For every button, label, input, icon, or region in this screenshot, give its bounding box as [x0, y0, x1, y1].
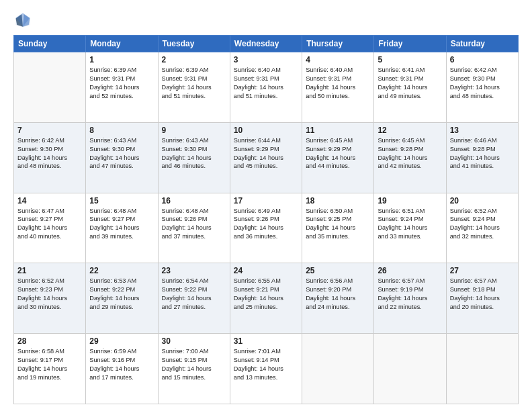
- day-info: Sunrise: 6:46 AMSunset: 9:28 PMDaylight:…: [450, 136, 515, 171]
- calendar-cell: 18Sunrise: 6:50 AMSunset: 9:25 PMDayligh…: [302, 193, 374, 263]
- day-info: Sunrise: 6:45 AMSunset: 9:29 PMDaylight:…: [306, 136, 370, 171]
- day-info: Sunrise: 6:51 AMSunset: 9:24 PMDaylight:…: [378, 207, 442, 242]
- day-info: Sunrise: 6:57 AMSunset: 9:19 PMDaylight:…: [378, 277, 442, 312]
- day-number: 30: [162, 336, 226, 346]
- day-number: 7: [17, 126, 82, 135]
- day-info: Sunrise: 6:55 AMSunset: 9:21 PMDaylight:…: [234, 277, 298, 312]
- calendar-cell: 2Sunrise: 6:39 AMSunset: 9:31 PMDaylight…: [158, 52, 230, 123]
- calendar-cell: [374, 334, 446, 404]
- day-info: Sunrise: 6:59 AMSunset: 9:16 PMDaylight:…: [89, 347, 154, 382]
- calendar-cell: [14, 52, 86, 123]
- week-row-4: 21Sunrise: 6:52 AMSunset: 9:23 PMDayligh…: [14, 263, 519, 334]
- calendar-cell: 9Sunrise: 6:43 AMSunset: 9:30 PMDaylight…: [158, 122, 230, 193]
- day-info: Sunrise: 6:52 AMSunset: 9:24 PMDaylight:…: [450, 207, 515, 242]
- day-number: 8: [89, 126, 154, 135]
- day-info: Sunrise: 6:43 AMSunset: 9:30 PMDaylight:…: [162, 136, 226, 171]
- day-number: 21: [17, 266, 82, 275]
- day-info: Sunrise: 7:01 AMSunset: 9:14 PMDaylight:…: [234, 347, 298, 382]
- calendar-cell: 24Sunrise: 6:55 AMSunset: 9:21 PMDayligh…: [230, 263, 302, 334]
- day-number: 22: [89, 266, 154, 275]
- day-info: Sunrise: 6:50 AMSunset: 9:25 PMDaylight:…: [306, 207, 370, 242]
- calendar-cell: 28Sunrise: 6:58 AMSunset: 9:17 PMDayligh…: [14, 334, 86, 404]
- calendar-cell: 22Sunrise: 6:53 AMSunset: 9:22 PMDayligh…: [86, 263, 158, 334]
- day-info: Sunrise: 6:58 AMSunset: 9:17 PMDaylight:…: [17, 347, 82, 382]
- day-info: Sunrise: 6:47 AMSunset: 9:27 PMDaylight:…: [17, 207, 82, 242]
- calendar-cell: 26Sunrise: 6:57 AMSunset: 9:19 PMDayligh…: [374, 263, 446, 334]
- day-info: Sunrise: 6:56 AMSunset: 9:20 PMDaylight:…: [306, 277, 370, 312]
- week-row-2: 7Sunrise: 6:42 AMSunset: 9:30 PMDaylight…: [14, 122, 519, 193]
- header: [13, 11, 519, 30]
- calendar-table: SundayMondayTuesdayWednesdayThursdayFrid…: [13, 35, 519, 404]
- day-info: Sunrise: 6:42 AMSunset: 9:30 PMDaylight:…: [17, 136, 82, 171]
- calendar-cell: 31Sunrise: 7:01 AMSunset: 9:14 PMDayligh…: [230, 334, 302, 404]
- weekday-header-tuesday: Tuesday: [158, 36, 230, 52]
- weekday-header-saturday: Saturday: [446, 36, 518, 52]
- day-info: Sunrise: 6:43 AMSunset: 9:30 PMDaylight:…: [89, 136, 154, 171]
- day-info: Sunrise: 6:49 AMSunset: 9:26 PMDaylight:…: [234, 207, 298, 242]
- calendar-cell: 8Sunrise: 6:43 AMSunset: 9:30 PMDaylight…: [86, 122, 158, 193]
- calendar-cell: 14Sunrise: 6:47 AMSunset: 9:27 PMDayligh…: [14, 193, 86, 263]
- day-number: 14: [17, 196, 82, 205]
- calendar-cell: 10Sunrise: 6:44 AMSunset: 9:29 PMDayligh…: [230, 122, 302, 193]
- weekday-header-thursday: Thursday: [302, 36, 374, 52]
- day-number: 9: [162, 126, 226, 135]
- logo: [13, 11, 35, 30]
- day-number: 27: [450, 266, 515, 275]
- day-number: 20: [450, 196, 515, 205]
- day-info: Sunrise: 6:44 AMSunset: 9:29 PMDaylight:…: [234, 136, 298, 171]
- week-row-5: 28Sunrise: 6:58 AMSunset: 9:17 PMDayligh…: [14, 334, 519, 404]
- day-info: Sunrise: 6:41 AMSunset: 9:31 PMDaylight:…: [378, 66, 442, 101]
- calendar-cell: 25Sunrise: 6:56 AMSunset: 9:20 PMDayligh…: [302, 263, 374, 334]
- calendar-cell: 21Sunrise: 6:52 AMSunset: 9:23 PMDayligh…: [14, 263, 86, 334]
- day-number: 26: [378, 266, 442, 275]
- day-number: 1: [89, 55, 154, 64]
- day-info: Sunrise: 6:42 AMSunset: 9:30 PMDaylight:…: [450, 66, 515, 101]
- day-info: Sunrise: 6:45 AMSunset: 9:28 PMDaylight:…: [378, 136, 442, 171]
- weekday-header-row: SundayMondayTuesdayWednesdayThursdayFrid…: [14, 36, 519, 52]
- day-number: 28: [17, 336, 82, 346]
- calendar-cell: 27Sunrise: 6:57 AMSunset: 9:18 PMDayligh…: [446, 263, 518, 334]
- calendar-cell: 20Sunrise: 6:52 AMSunset: 9:24 PMDayligh…: [446, 193, 518, 263]
- day-number: 3: [234, 55, 298, 64]
- calendar-cell: [302, 334, 374, 404]
- day-number: 15: [89, 196, 154, 205]
- day-info: Sunrise: 6:48 AMSunset: 9:27 PMDaylight:…: [89, 207, 154, 242]
- calendar-cell: 15Sunrise: 6:48 AMSunset: 9:27 PMDayligh…: [86, 193, 158, 263]
- day-number: 18: [306, 196, 370, 205]
- calendar-cell: 17Sunrise: 6:49 AMSunset: 9:26 PMDayligh…: [230, 193, 302, 263]
- calendar-cell: 19Sunrise: 6:51 AMSunset: 9:24 PMDayligh…: [374, 193, 446, 263]
- day-info: Sunrise: 6:48 AMSunset: 9:26 PMDaylight:…: [162, 207, 226, 242]
- calendar-cell: 4Sunrise: 6:40 AMSunset: 9:31 PMDaylight…: [302, 52, 374, 123]
- weekday-header-friday: Friday: [374, 36, 446, 52]
- calendar-cell: [446, 334, 518, 404]
- calendar-cell: 16Sunrise: 6:48 AMSunset: 9:26 PMDayligh…: [158, 193, 230, 263]
- day-info: Sunrise: 6:53 AMSunset: 9:22 PMDaylight:…: [89, 277, 154, 312]
- day-info: Sunrise: 6:40 AMSunset: 9:31 PMDaylight:…: [306, 66, 370, 101]
- day-number: 24: [234, 266, 298, 275]
- day-info: Sunrise: 6:40 AMSunset: 9:31 PMDaylight:…: [234, 66, 298, 101]
- calendar-page: SundayMondayTuesdayWednesdayThursdayFrid…: [0, 0, 532, 411]
- day-number: 5: [378, 55, 442, 64]
- calendar-cell: 7Sunrise: 6:42 AMSunset: 9:30 PMDaylight…: [14, 122, 86, 193]
- day-number: 16: [162, 196, 226, 205]
- calendar-cell: 30Sunrise: 7:00 AMSunset: 9:15 PMDayligh…: [158, 334, 230, 404]
- calendar-cell: 3Sunrise: 6:40 AMSunset: 9:31 PMDaylight…: [230, 52, 302, 123]
- day-info: Sunrise: 6:54 AMSunset: 9:22 PMDaylight:…: [162, 277, 226, 312]
- calendar-cell: 5Sunrise: 6:41 AMSunset: 9:31 PMDaylight…: [374, 52, 446, 123]
- week-row-1: 1Sunrise: 6:39 AMSunset: 9:31 PMDaylight…: [14, 52, 519, 123]
- calendar-cell: 23Sunrise: 6:54 AMSunset: 9:22 PMDayligh…: [158, 263, 230, 334]
- day-number: 19: [378, 196, 442, 205]
- day-info: Sunrise: 6:57 AMSunset: 9:18 PMDaylight:…: [450, 277, 515, 312]
- day-info: Sunrise: 6:39 AMSunset: 9:31 PMDaylight:…: [89, 66, 154, 101]
- calendar-cell: 12Sunrise: 6:45 AMSunset: 9:28 PMDayligh…: [374, 122, 446, 193]
- day-number: 13: [450, 126, 515, 135]
- calendar-cell: 29Sunrise: 6:59 AMSunset: 9:16 PMDayligh…: [86, 334, 158, 404]
- calendar-cell: 13Sunrise: 6:46 AMSunset: 9:28 PMDayligh…: [446, 122, 518, 193]
- calendar-cell: 6Sunrise: 6:42 AMSunset: 9:30 PMDaylight…: [446, 52, 518, 123]
- day-number: 25: [306, 266, 370, 275]
- day-number: 11: [306, 126, 370, 135]
- weekday-header-sunday: Sunday: [14, 36, 86, 52]
- day-number: 23: [162, 266, 226, 275]
- week-row-3: 14Sunrise: 6:47 AMSunset: 9:27 PMDayligh…: [14, 193, 519, 263]
- day-number: 31: [234, 336, 298, 346]
